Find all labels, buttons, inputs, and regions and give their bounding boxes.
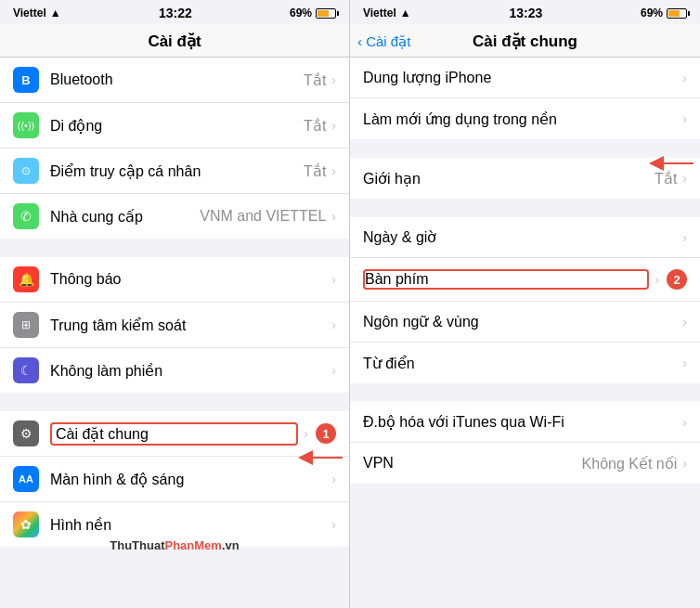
bluetooth-icon: B	[13, 67, 39, 93]
wallpaper-chevron: ›	[331, 517, 336, 532]
right-settings-list[interactable]: Dung lượng iPhone › Làm mới ứng dụng tro…	[350, 58, 700, 608]
hotspot-item[interactable]: ⊙ Điểm truy cập cá nhân Tắt ›	[0, 149, 349, 194]
left-settings-list[interactable]: B Bluetooth Tắt › ((•)) Di động Tắt › ⊙ …	[0, 58, 349, 608]
ngon-ngu-label: Ngôn ngữ & vùng	[363, 313, 682, 330]
left-section-2: 🔔 Thông báo › ⊞ Trung tâm kiểm soát › ☾ …	[0, 257, 349, 393]
left-status-bar: Viettel ▲ 13:22 69%	[0, 0, 349, 24]
hotspot-icon: ⊙	[13, 158, 39, 184]
provider-item[interactable]: ✆ Nhà cung cấp VNM and VIETTEL ›	[0, 194, 349, 239]
bluetooth-value: Tắt	[304, 71, 326, 89]
di-dong-label: Di động	[50, 117, 304, 135]
ngon-ngu-chevron: ›	[682, 315, 687, 330]
ngay-gio-label: Ngày & giờ	[363, 228, 682, 246]
tu-dien-item[interactable]: Từ điển ›	[350, 343, 700, 383]
left-panel-inner: B Bluetooth Tắt › ((•)) Di động Tắt › ⊙ …	[0, 58, 349, 608]
right-panel-inner: Dung lượng iPhone › Làm mới ứng dụng tro…	[350, 58, 700, 608]
dongbo-item[interactable]: Đ.bộ hóa với iTunes qua Wi-Fi ›	[350, 402, 700, 443]
vpn-value: Không Kết nối	[582, 455, 678, 472]
gioi-han-chevron: ›	[682, 171, 687, 186]
right-section-2: Giới hạn Tắt ›	[350, 158, 700, 199]
provider-chevron: ›	[331, 209, 336, 224]
right-battery-fill	[668, 10, 680, 17]
thongbao-icon: 🔔	[13, 266, 39, 292]
left-time: 13:22	[159, 6, 192, 20]
right-wifi-icon: ▲	[400, 6, 411, 19]
tu-dien-chevron: ›	[682, 356, 687, 370]
right-nav-title: Cài đặt chung	[473, 32, 577, 51]
general-icon: ⚙	[13, 420, 39, 446]
lammoi-item[interactable]: Làm mới ứng dụng trong nền ›	[350, 98, 700, 139]
right-battery-icon	[667, 8, 687, 19]
dunluong-chevron: ›	[682, 71, 687, 85]
display-item[interactable]: AA Màn hình & độ sáng ›	[0, 457, 349, 502]
thongbao-chevron: ›	[331, 272, 336, 287]
bluetooth-label: Bluetooth	[50, 71, 304, 88]
bluetooth-item[interactable]: B Bluetooth Tắt ›	[0, 58, 349, 103]
provider-value: VNM and VIETTEL	[200, 208, 326, 225]
thongbao-item[interactable]: 🔔 Thông báo ›	[0, 257, 349, 303]
tu-dien-label: Từ điển	[363, 355, 682, 372]
vpn-item[interactable]: VPN Không Kết nối ›	[350, 443, 700, 484]
right-status-left: Viettel ▲	[363, 6, 411, 19]
right-status-right: 69%	[641, 6, 687, 19]
control-item[interactable]: ⊞ Trung tâm kiểm soát ›	[0, 303, 349, 348]
bluetooth-chevron: ›	[331, 72, 336, 87]
hotspot-value: Tắt	[304, 162, 326, 180]
ban-phim-item[interactable]: Bàn phím › 2	[350, 258, 700, 302]
hotspot-chevron: ›	[331, 163, 336, 178]
provider-label: Nhà cung cấp	[50, 208, 200, 226]
ban-phim-label: Bàn phím	[363, 269, 649, 290]
right-nav-back[interactable]: ‹ Cài đặt	[357, 33, 410, 50]
dnd-label: Không làm phiền	[50, 362, 331, 380]
di-dong-item[interactable]: ((•)) Di động Tắt ›	[0, 103, 349, 149]
left-section-1: B Bluetooth Tắt › ((•)) Di động Tắt › ⊙ …	[0, 58, 349, 239]
gioi-han-value: Tắt	[655, 170, 677, 188]
general-item[interactable]: ⚙ Cài đặt chung › 1	[0, 411, 349, 457]
display-chevron: ›	[331, 472, 336, 486]
right-section-3: Ngày & giờ › Bàn phím › 2 Ngôn ngữ & vùn…	[350, 217, 700, 383]
thongbao-label: Thông báo	[50, 271, 331, 288]
wallpaper-label: Hình nền	[50, 516, 331, 534]
di-dong-value: Tắt	[304, 117, 326, 135]
left-carrier: Viettel	[13, 6, 46, 19]
right-carrier: Viettel	[363, 6, 396, 19]
control-label: Trung tâm kiểm soát	[50, 317, 331, 334]
display-icon: AA	[13, 466, 39, 492]
dnd-item[interactable]: ☾ Không làm phiền ›	[0, 348, 349, 393]
left-status-left: Viettel ▲	[13, 6, 61, 19]
vpn-chevron: ›	[682, 456, 687, 471]
dnd-icon: ☾	[13, 357, 39, 383]
right-section-4: Đ.bộ hóa với iTunes qua Wi-Fi › VPN Khôn…	[350, 402, 700, 484]
left-battery-pct: 69%	[290, 6, 312, 19]
ngay-gio-chevron: ›	[682, 230, 687, 245]
right-status-bar: Viettel ▲ 13:23 69%	[350, 0, 700, 24]
wallpaper-icon: ✿	[13, 511, 39, 537]
right-panel: Viettel ▲ 13:23 69% ‹ Cài đặt Cài đặt ch…	[350, 0, 700, 608]
ban-phim-chevron: ›	[655, 272, 659, 287]
right-time: 13:23	[509, 6, 542, 20]
vpn-label: VPN	[363, 455, 582, 472]
left-battery-fill	[318, 10, 329, 17]
dunluong-label: Dung lượng iPhone	[363, 69, 682, 86]
left-nav-wrapper: Cài đặt	[0, 32, 349, 51]
ngay-gio-item[interactable]: Ngày & giờ ›	[350, 217, 700, 258]
right-nav-bar: ‹ Cài đặt Cài đặt chung	[350, 24, 700, 58]
di-dong-icon: ((•))	[13, 112, 39, 138]
gioi-han-label: Giới hạn	[363, 170, 655, 188]
gioi-han-item[interactable]: Giới hạn Tắt ›	[350, 158, 700, 199]
control-icon: ⊞	[13, 312, 39, 338]
left-battery-icon	[316, 8, 336, 19]
hotspot-label: Điểm truy cập cá nhân	[50, 162, 304, 180]
right-battery-pct: 69%	[641, 6, 663, 19]
left-wifi-icon: ▲	[50, 6, 61, 19]
annotation-1-circle: 1	[316, 423, 336, 444]
right-back-label: Cài đặt	[366, 33, 410, 49]
ngon-ngu-item[interactable]: Ngôn ngữ & vùng ›	[350, 302, 700, 343]
annotation-2-circle: 2	[667, 269, 687, 290]
dongbo-chevron: ›	[682, 415, 687, 430]
wallpaper-item[interactable]: ✿ Hình nền ›	[0, 502, 349, 547]
provider-icon: ✆	[13, 203, 39, 229]
lammoi-label: Làm mới ứng dụng trong nền	[363, 110, 682, 128]
general-chevron: ›	[304, 426, 308, 441]
dunluong-item[interactable]: Dung lượng iPhone ›	[350, 58, 700, 98]
